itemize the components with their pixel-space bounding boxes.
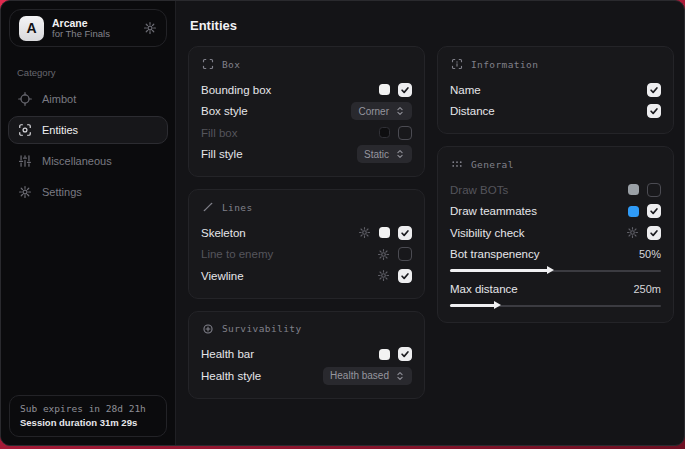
app-header: A Arcane for The Finals bbox=[9, 9, 167, 47]
health-bar-row: Health bar bbox=[201, 344, 412, 366]
health-bar-label: Health bar bbox=[201, 348, 254, 360]
slider-thumb-arrow[interactable] bbox=[547, 266, 554, 274]
card-title: Information bbox=[471, 59, 538, 70]
app-window: A Arcane for The Finals Category bbox=[0, 0, 685, 446]
page-title: Entities bbox=[190, 18, 674, 33]
fill-box-row: Fill box bbox=[201, 122, 412, 144]
app-logo: A bbox=[19, 16, 44, 41]
chevrons-up-down-icon bbox=[395, 106, 405, 116]
gear-icon[interactable] bbox=[377, 269, 390, 282]
gear-icon[interactable] bbox=[377, 248, 390, 261]
card-title: Lines bbox=[222, 202, 253, 213]
health-style-row: Health style Health based bbox=[201, 365, 412, 387]
sidebar-item-entities[interactable]: Entities bbox=[8, 116, 168, 144]
check-icon bbox=[649, 228, 659, 238]
line-to-enemy-row: Line to enemy bbox=[201, 244, 412, 266]
draw-bots-checkbox[interactable] bbox=[647, 183, 661, 197]
viewline-checkbox[interactable] bbox=[398, 269, 412, 283]
app-name: Arcane bbox=[52, 17, 135, 29]
main-panel: Entities Box Bounding box bbox=[176, 1, 685, 445]
fill-style-row: Fill style Static bbox=[201, 144, 412, 166]
card-title: Survivability bbox=[222, 323, 302, 334]
sidebar-item-miscellaneous[interactable]: Miscellaneous bbox=[8, 147, 168, 175]
line-to-enemy-label: Line to enemy bbox=[201, 248, 273, 260]
sidebar: A Arcane for The Finals Category bbox=[1, 1, 176, 445]
check-icon bbox=[649, 85, 659, 95]
bot-transparency-slider[interactable] bbox=[450, 266, 661, 276]
check-icon bbox=[400, 271, 410, 281]
sidebar-item-label: Settings bbox=[42, 186, 82, 198]
fill-style-value: Static bbox=[364, 149, 389, 160]
draw-teammates-checkbox[interactable] bbox=[647, 204, 661, 218]
bot-transparency-value: 50% bbox=[639, 248, 661, 260]
draw-bots-label: Draw BOTs bbox=[450, 184, 508, 196]
subscription-info: Sub expires in 28d 21h Session duration … bbox=[9, 395, 167, 437]
session-duration-text: Session duration 31m 29s bbox=[20, 417, 156, 428]
fill-box-label: Fill box bbox=[201, 127, 237, 139]
draw-bots-color-swatch[interactable] bbox=[628, 184, 639, 195]
sub-expiry-text: Sub expires in 28d 21h bbox=[20, 403, 156, 414]
skeleton-row: Skeleton bbox=[201, 222, 412, 244]
visibility-check-row: Visibility check bbox=[450, 222, 661, 244]
fill-style-label: Fill style bbox=[201, 148, 243, 160]
box-style-label: Box style bbox=[201, 105, 248, 117]
general-card: General Draw BOTs Draw teammates bbox=[437, 146, 674, 323]
max-distance-value: 250m bbox=[633, 283, 661, 295]
distance-row: Distance bbox=[450, 101, 661, 123]
skeleton-color-swatch[interactable] bbox=[379, 227, 390, 238]
distance-checkbox[interactable] bbox=[647, 104, 661, 118]
fill-box-checkbox[interactable] bbox=[398, 126, 412, 140]
card-title: General bbox=[471, 159, 514, 170]
sidebar-item-label: Miscellaneous bbox=[42, 155, 112, 167]
health-style-dropdown[interactable]: Health based bbox=[323, 367, 412, 385]
visibility-check-checkbox[interactable] bbox=[647, 226, 661, 240]
gear-icon[interactable] bbox=[626, 226, 639, 239]
app-subtitle: for The Finals bbox=[52, 29, 135, 40]
health-bar-color-swatch[interactable] bbox=[379, 349, 390, 360]
line-to-enemy-checkbox[interactable] bbox=[398, 247, 412, 261]
app-title-block: Arcane for The Finals bbox=[52, 17, 135, 40]
chevrons-up-down-icon bbox=[395, 149, 405, 159]
info-scan-icon bbox=[451, 58, 463, 70]
draw-teammates-row: Draw teammates bbox=[450, 201, 661, 223]
box-style-dropdown[interactable]: Corner bbox=[351, 102, 412, 120]
max-distance-slider[interactable] bbox=[450, 301, 661, 311]
skeleton-checkbox[interactable] bbox=[398, 226, 412, 240]
sidebar-item-aimbot[interactable]: Aimbot bbox=[8, 85, 168, 113]
sidebar-item-label: Aimbot bbox=[42, 93, 76, 105]
crosshair-icon bbox=[18, 92, 32, 106]
slider-thumb-arrow[interactable] bbox=[494, 301, 501, 309]
visibility-check-label: Visibility check bbox=[450, 227, 525, 239]
check-icon bbox=[649, 206, 659, 216]
sidebar-item-settings[interactable]: Settings bbox=[8, 178, 168, 206]
bounding-box-color-swatch[interactable] bbox=[379, 84, 390, 95]
draw-teammates-color-swatch[interactable] bbox=[628, 206, 639, 217]
bounding-box-label: Bounding box bbox=[201, 84, 271, 96]
health-bar-checkbox[interactable] bbox=[398, 347, 412, 361]
bounding-box-checkbox[interactable] bbox=[398, 83, 412, 97]
bot-transparency-label: Bot transpenency bbox=[450, 248, 540, 260]
fill-style-dropdown[interactable]: Static bbox=[357, 145, 412, 163]
check-icon bbox=[400, 228, 410, 238]
draw-bots-row: Draw BOTs bbox=[450, 179, 661, 201]
check-icon bbox=[649, 106, 659, 116]
health-style-label: Health style bbox=[201, 370, 261, 382]
bounding-box-row: Bounding box bbox=[201, 79, 412, 101]
sidebar-nav: Aimbot Entities Miscella bbox=[1, 84, 175, 207]
gear-icon bbox=[18, 185, 32, 199]
fill-box-color-swatch[interactable] bbox=[379, 127, 390, 138]
max-distance-group: Max distance 250m bbox=[450, 280, 661, 311]
chevrons-up-down-icon bbox=[395, 371, 405, 381]
draw-teammates-label: Draw teammates bbox=[450, 205, 537, 217]
box-style-row: Box style Corner bbox=[201, 101, 412, 123]
lines-card: Lines Skeleton bbox=[188, 189, 425, 299]
scan-icon bbox=[18, 123, 32, 137]
sidebar-item-label: Entities bbox=[42, 124, 78, 136]
information-card: Information Name Distance bbox=[437, 46, 674, 134]
name-checkbox[interactable] bbox=[647, 83, 661, 97]
gear-icon[interactable] bbox=[358, 226, 371, 239]
gear-icon[interactable] bbox=[143, 21, 157, 35]
survivability-card: Survivability Health bar Health style bbox=[188, 311, 425, 399]
diagonal-line-icon bbox=[202, 201, 214, 213]
check-icon bbox=[400, 349, 410, 359]
